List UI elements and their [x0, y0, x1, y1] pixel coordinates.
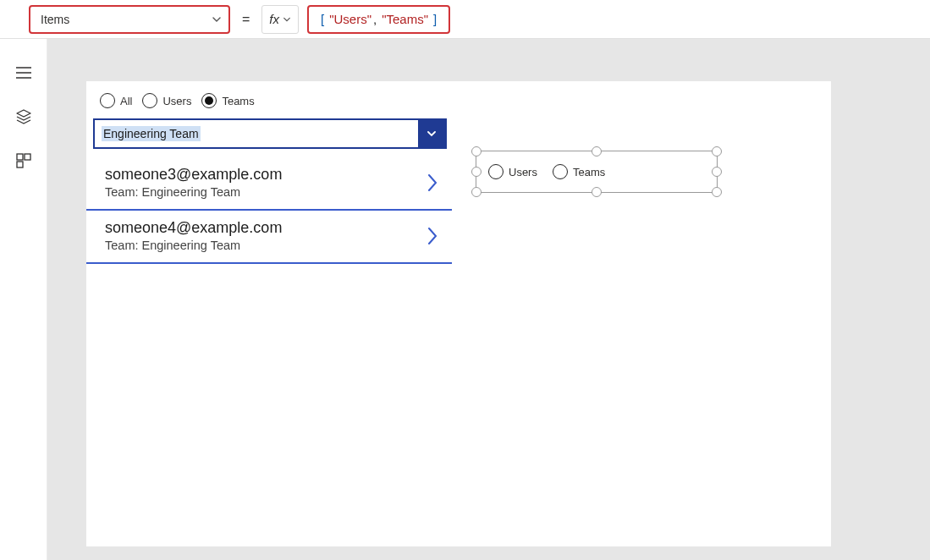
filter-radio-group[interactable]: All Users Teams	[100, 93, 255, 108]
selected-radio-control[interactable]: Users Teams	[476, 151, 718, 193]
formula-token-string: "Users"	[329, 12, 371, 26]
equals-sign: =	[239, 12, 253, 27]
radio-icon	[553, 164, 568, 179]
radio-icon	[488, 164, 504, 179]
radio-label: Teams	[573, 166, 605, 178]
resize-handle[interactable]	[471, 167, 482, 177]
team-dropdown[interactable]: Engineering Team	[93, 118, 447, 149]
hamburger-icon[interactable]	[15, 64, 32, 81]
resize-handle[interactable]	[712, 167, 722, 177]
list-item-subtitle: Team: Engineering Team	[105, 185, 282, 199]
resize-handle[interactable]	[471, 146, 482, 156]
resize-handle[interactable]	[712, 187, 722, 197]
svg-rect-1	[25, 154, 30, 160]
dropdown-selected: Engineering Team	[95, 124, 418, 144]
formula-token-comma: ,	[373, 12, 380, 26]
resize-handle[interactable]	[712, 146, 722, 156]
radio-icon	[142, 93, 157, 108]
chevron-right-icon	[425, 172, 440, 194]
list-item[interactable]: someone3@example.com Team: Engineering T…	[86, 157, 452, 211]
radio-option-all[interactable]: All	[100, 93, 132, 108]
svg-rect-0	[17, 154, 23, 160]
formula-token-string: "Teams"	[382, 12, 428, 26]
radio-label: Users	[162, 95, 191, 107]
radio-option-users[interactable]: Users	[488, 164, 537, 179]
main-area: All Users Teams Engineering Team	[0, 39, 930, 560]
list-item[interactable]: someone4@example.com Team: Engineering T…	[86, 211, 452, 264]
resize-handle[interactable]	[592, 146, 602, 156]
radio-option-users[interactable]: Users	[142, 93, 191, 108]
formula-token-close: ]	[430, 12, 440, 26]
fx-label: fx	[269, 12, 279, 26]
chevron-down-icon	[283, 15, 291, 24]
resize-handle[interactable]	[592, 187, 602, 197]
list-item-subtitle: Team: Engineering Team	[105, 239, 282, 252]
chevron-right-icon	[425, 225, 440, 247]
left-sidebar	[0, 39, 47, 560]
apps-icon[interactable]	[15, 152, 32, 169]
results-gallery: someone3@example.com Team: Engineering T…	[86, 157, 452, 264]
svg-rect-2	[17, 162, 23, 167]
canvas-area[interactable]: All Users Teams Engineering Team	[47, 39, 930, 560]
radio-option-teams[interactable]: Teams	[201, 93, 254, 108]
chevron-down-icon	[212, 14, 222, 25]
formula-token-open: [	[317, 12, 327, 26]
radio-icon	[100, 93, 115, 108]
list-item-title: someone4@example.com	[105, 219, 282, 237]
radio-label: Users	[509, 166, 537, 178]
layers-icon[interactable]	[15, 108, 32, 125]
fx-button[interactable]: fx	[261, 5, 299, 34]
radio-label: All	[120, 95, 132, 107]
formula-input[interactable]: [ "Users" , "Teams" ]	[307, 5, 450, 34]
app-screen: All Users Teams Engineering Team	[86, 81, 831, 546]
radio-icon	[201, 93, 217, 108]
radio-label: Teams	[222, 95, 254, 107]
list-item-title: someone3@example.com	[105, 166, 282, 184]
property-selector-label: Items	[41, 13, 69, 26]
radio-option-teams[interactable]: Teams	[553, 164, 605, 179]
resize-handle[interactable]	[471, 187, 482, 197]
chevron-down-icon	[418, 120, 445, 147]
property-selector[interactable]: Items	[29, 5, 230, 34]
formula-bar: Items = fx [ "Users" , "Teams" ]	[0, 0, 930, 39]
